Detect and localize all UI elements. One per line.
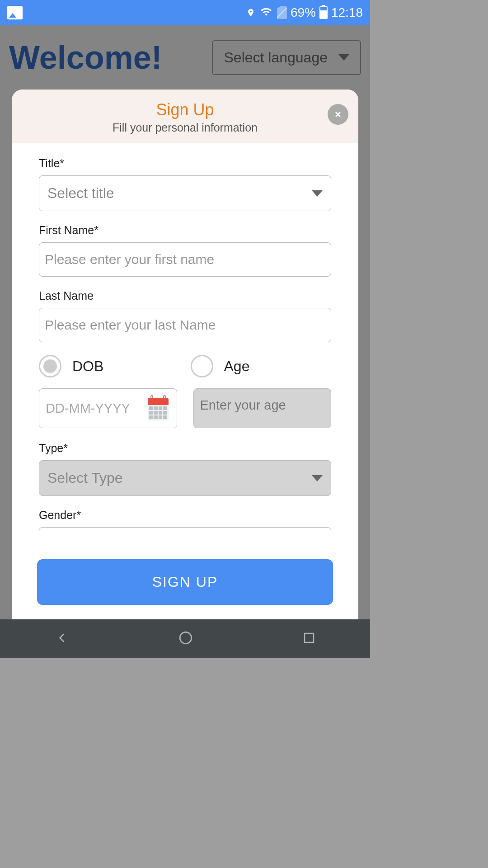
modal-title: Sign Up: [21, 100, 349, 119]
gender-label: Gender*: [39, 509, 331, 522]
dob-radio-label: DOB: [72, 358, 103, 375]
calendar-icon: [146, 396, 170, 420]
close-button[interactable]: [328, 104, 348, 125]
wifi-icon: [259, 5, 273, 21]
status-bar: 69% 12:18: [0, 0, 370, 25]
modal-body: Title* Select title First Name* Last Nam…: [12, 143, 358, 550]
chevron-down-icon: [312, 190, 323, 197]
modal-footer: SIGN UP: [12, 550, 358, 619]
picture-icon: [7, 6, 23, 19]
location-icon: [246, 6, 255, 19]
age-placeholder: Enter your age: [200, 398, 286, 412]
clock-time: 12:18: [331, 5, 363, 20]
battery-percent: 69%: [291, 5, 316, 20]
signup-button[interactable]: SIGN UP: [37, 559, 333, 605]
dob-radio[interactable]: [39, 355, 61, 377]
battery-icon: [319, 6, 328, 19]
status-left: [7, 6, 23, 19]
type-select[interactable]: Select Type: [39, 460, 331, 496]
modal-subtitle: Fill your personal information: [21, 121, 349, 134]
last-name-label: Last Name: [39, 289, 331, 302]
nav-home-button[interactable]: [178, 630, 193, 647]
title-select-placeholder: Select title: [47, 185, 114, 202]
age-radio[interactable]: [191, 355, 213, 377]
age-radio-label: Age: [224, 358, 250, 375]
first-name-label: First Name*: [39, 224, 331, 237]
nav-recent-button[interactable]: [302, 631, 316, 646]
gender-select-partial[interactable]: [39, 527, 331, 532]
last-name-input[interactable]: [39, 308, 331, 342]
svg-rect-1: [305, 633, 314, 642]
chevron-down-icon: [312, 475, 323, 481]
title-label: Title*: [39, 157, 331, 170]
age-input: Enter your age: [193, 388, 332, 428]
modal-header: Sign Up Fill your personal information: [12, 90, 358, 143]
type-select-placeholder: Select Type: [47, 470, 123, 486]
status-right: 69% 12:18: [246, 5, 363, 21]
navigation-bar: [0, 619, 370, 658]
title-select[interactable]: Select title: [39, 175, 331, 211]
dob-placeholder: DD-MM-YYYY: [46, 401, 130, 416]
no-sim-icon: [277, 6, 287, 19]
first-name-input[interactable]: [39, 242, 331, 277]
svg-point-0: [180, 632, 192, 644]
signup-modal: Sign Up Fill your personal information T…: [12, 90, 358, 619]
dob-input[interactable]: DD-MM-YYYY: [39, 388, 177, 428]
type-label: Type*: [39, 442, 331, 455]
nav-back-button[interactable]: [54, 630, 70, 647]
